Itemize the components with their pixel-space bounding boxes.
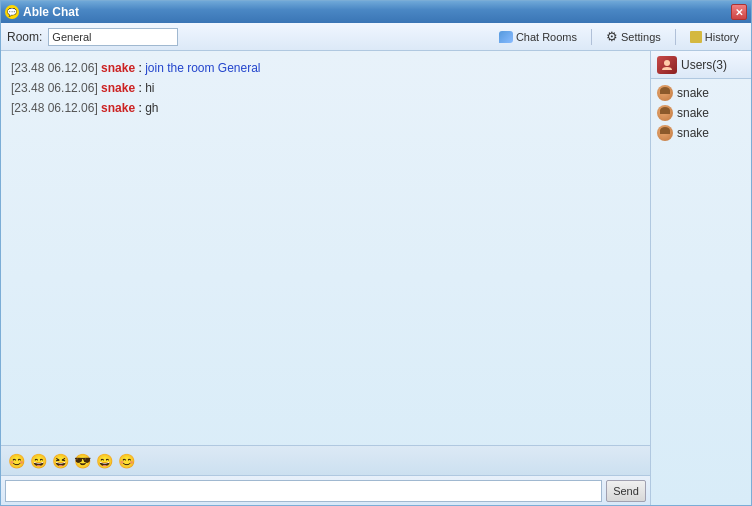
settings-icon: ⚙ xyxy=(606,30,618,43)
users-count: Users(3) xyxy=(681,58,727,72)
user-list: snakesnakesnake xyxy=(651,79,751,147)
users-icon xyxy=(657,56,677,74)
msg-username: snake xyxy=(101,61,135,75)
emoji-bar: 😊😄😆😎😄😊 xyxy=(1,445,650,475)
emoji-item[interactable]: 😄 xyxy=(29,452,47,470)
main-area: [23.48 06.12.06] snake : join the room G… xyxy=(1,51,751,505)
user-name: snake xyxy=(677,86,709,100)
send-button[interactable]: Send xyxy=(606,480,646,502)
room-label: Room: xyxy=(7,30,42,44)
users-header: Users(3) xyxy=(651,51,751,79)
msg-separator: : xyxy=(135,101,145,115)
user-item[interactable]: snake xyxy=(651,123,751,143)
emoji-item[interactable]: 😄 xyxy=(95,452,113,470)
user-name: snake xyxy=(677,106,709,120)
msg-username: snake xyxy=(101,101,135,115)
msg-timestamp: [23.48 06.12.06] xyxy=(11,81,101,95)
msg-text: join the room General xyxy=(145,61,260,75)
msg-timestamp: [23.48 06.12.06] xyxy=(11,101,101,115)
room-input[interactable] xyxy=(48,28,178,46)
chat-input[interactable] xyxy=(5,480,602,502)
user-item[interactable]: snake xyxy=(651,103,751,123)
msg-separator: : xyxy=(135,61,145,75)
msg-text: hi xyxy=(145,81,154,95)
avatar xyxy=(657,85,673,101)
message-line: [23.48 06.12.06] snake : join the room G… xyxy=(11,59,640,78)
msg-timestamp: [23.48 06.12.06] xyxy=(11,61,101,75)
msg-separator: : xyxy=(135,81,145,95)
history-icon xyxy=(690,31,702,43)
emoji-item[interactable]: 😎 xyxy=(73,452,91,470)
messages-area: [23.48 06.12.06] snake : join the room G… xyxy=(1,51,650,445)
title-bar: 💬 Able Chat ✕ xyxy=(1,1,751,23)
close-button[interactable]: ✕ xyxy=(731,4,747,20)
toolbar: Room: Chat Rooms ⚙ Settings History xyxy=(1,23,751,51)
msg-text: gh xyxy=(145,101,158,115)
avatar xyxy=(657,105,673,121)
msg-username: snake xyxy=(101,81,135,95)
message-line: [23.48 06.12.06] snake : gh xyxy=(11,99,640,118)
message-line: [23.48 06.12.06] snake : hi xyxy=(11,79,640,98)
input-bar: Send xyxy=(1,475,650,505)
window-title: Able Chat xyxy=(23,5,79,19)
users-panel: Users(3) snakesnakesnake xyxy=(651,51,751,505)
main-window: 💬 Able Chat ✕ Room: Chat Rooms ⚙ Setting… xyxy=(0,0,752,506)
user-name: snake xyxy=(677,126,709,140)
svg-point-0 xyxy=(664,60,670,66)
emoji-item[interactable]: 😆 xyxy=(51,452,69,470)
chat-rooms-button[interactable]: Chat Rooms xyxy=(493,29,583,45)
history-button[interactable]: History xyxy=(684,29,745,45)
app-icon: 💬 xyxy=(5,5,19,19)
chat-panel: [23.48 06.12.06] snake : join the room G… xyxy=(1,51,651,505)
avatar xyxy=(657,125,673,141)
emoji-item[interactable]: 😊 xyxy=(7,452,25,470)
emoji-item[interactable]: 😊 xyxy=(117,452,135,470)
chat-rooms-icon xyxy=(499,31,513,43)
settings-button[interactable]: ⚙ Settings xyxy=(600,28,667,45)
user-item[interactable]: snake xyxy=(651,83,751,103)
